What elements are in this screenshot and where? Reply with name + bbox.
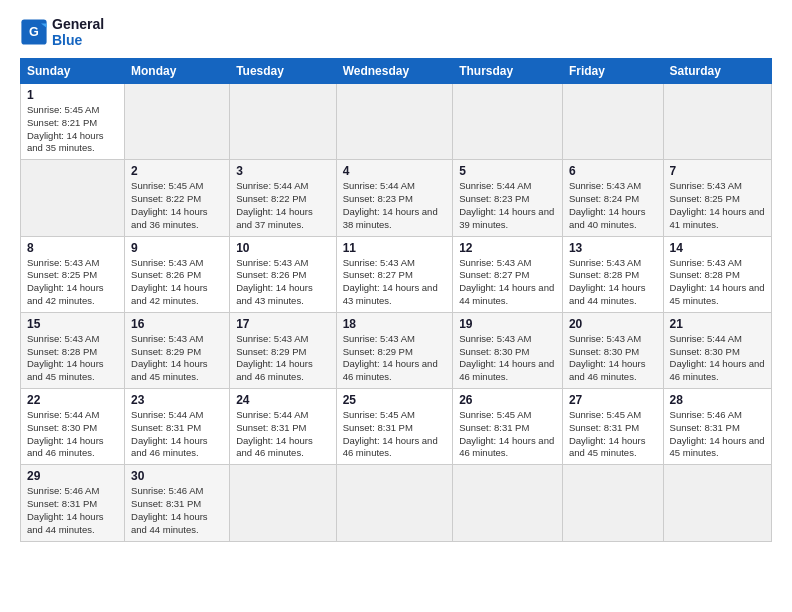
day-number: 14 (670, 241, 765, 255)
day-number: 15 (27, 317, 118, 331)
day-number: 3 (236, 164, 329, 178)
day-number: 2 (131, 164, 223, 178)
calendar-cell (125, 84, 230, 160)
day-info: Sunrise: 5:43 AMSunset: 8:25 PMDaylight:… (27, 257, 118, 308)
svg-text:G: G (29, 25, 39, 39)
day-info: Sunrise: 5:43 AMSunset: 8:27 PMDaylight:… (459, 257, 556, 308)
calendar-week-row: 22Sunrise: 5:44 AMSunset: 8:30 PMDayligh… (21, 389, 772, 465)
calendar-cell: 15Sunrise: 5:43 AMSunset: 8:28 PMDayligh… (21, 312, 125, 388)
calendar-header-row: SundayMondayTuesdayWednesdayThursdayFrid… (21, 59, 772, 84)
calendar-cell: 3Sunrise: 5:44 AMSunset: 8:22 PMDaylight… (230, 160, 336, 236)
calendar-cell (230, 84, 336, 160)
day-info: Sunrise: 5:43 AMSunset: 8:28 PMDaylight:… (27, 333, 118, 384)
calendar-cell: 28Sunrise: 5:46 AMSunset: 8:31 PMDayligh… (663, 389, 771, 465)
day-info: Sunrise: 5:43 AMSunset: 8:29 PMDaylight:… (343, 333, 447, 384)
page-header: G General Blue (20, 16, 772, 48)
calendar-cell: 23Sunrise: 5:44 AMSunset: 8:31 PMDayligh… (125, 389, 230, 465)
day-number: 29 (27, 469, 118, 483)
calendar-cell: 25Sunrise: 5:45 AMSunset: 8:31 PMDayligh… (336, 389, 453, 465)
column-header-saturday: Saturday (663, 59, 771, 84)
calendar-cell: 10Sunrise: 5:43 AMSunset: 8:26 PMDayligh… (230, 236, 336, 312)
calendar-cell (663, 465, 771, 541)
day-number: 17 (236, 317, 329, 331)
calendar-cell: 13Sunrise: 5:43 AMSunset: 8:28 PMDayligh… (562, 236, 663, 312)
day-number: 13 (569, 241, 657, 255)
day-info: Sunrise: 5:45 AMSunset: 8:31 PMDaylight:… (459, 409, 556, 460)
day-info: Sunrise: 5:43 AMSunset: 8:28 PMDaylight:… (670, 257, 765, 308)
calendar-cell: 30Sunrise: 5:46 AMSunset: 8:31 PMDayligh… (125, 465, 230, 541)
calendar-table: SundayMondayTuesdayWednesdayThursdayFrid… (20, 58, 772, 542)
day-number: 10 (236, 241, 329, 255)
day-number: 21 (670, 317, 765, 331)
calendar-cell: 27Sunrise: 5:45 AMSunset: 8:31 PMDayligh… (562, 389, 663, 465)
day-number: 25 (343, 393, 447, 407)
logo-text: General Blue (52, 16, 104, 48)
day-info: Sunrise: 5:43 AMSunset: 8:29 PMDaylight:… (131, 333, 223, 384)
day-number: 12 (459, 241, 556, 255)
calendar-cell (562, 84, 663, 160)
day-number: 7 (670, 164, 765, 178)
day-info: Sunrise: 5:44 AMSunset: 8:23 PMDaylight:… (343, 180, 447, 231)
day-info: Sunrise: 5:44 AMSunset: 8:30 PMDaylight:… (670, 333, 765, 384)
day-info: Sunrise: 5:43 AMSunset: 8:24 PMDaylight:… (569, 180, 657, 231)
calendar-cell: 4Sunrise: 5:44 AMSunset: 8:23 PMDaylight… (336, 160, 453, 236)
calendar-cell (562, 465, 663, 541)
column-header-sunday: Sunday (21, 59, 125, 84)
calendar-week-row: 8Sunrise: 5:43 AMSunset: 8:25 PMDaylight… (21, 236, 772, 312)
calendar-cell: 5Sunrise: 5:44 AMSunset: 8:23 PMDaylight… (453, 160, 563, 236)
day-info: Sunrise: 5:43 AMSunset: 8:28 PMDaylight:… (569, 257, 657, 308)
day-info: Sunrise: 5:43 AMSunset: 8:30 PMDaylight:… (569, 333, 657, 384)
logo-icon: G (20, 18, 48, 46)
calendar-week-row: 1Sunrise: 5:45 AMSunset: 8:21 PMDaylight… (21, 84, 772, 160)
day-number: 28 (670, 393, 765, 407)
calendar-cell (336, 465, 453, 541)
day-number: 27 (569, 393, 657, 407)
calendar-cell: 12Sunrise: 5:43 AMSunset: 8:27 PMDayligh… (453, 236, 563, 312)
day-info: Sunrise: 5:45 AMSunset: 8:31 PMDaylight:… (343, 409, 447, 460)
day-number: 22 (27, 393, 118, 407)
day-number: 8 (27, 241, 118, 255)
calendar-cell: 18Sunrise: 5:43 AMSunset: 8:29 PMDayligh… (336, 312, 453, 388)
calendar-cell: 29Sunrise: 5:46 AMSunset: 8:31 PMDayligh… (21, 465, 125, 541)
day-info: Sunrise: 5:46 AMSunset: 8:31 PMDaylight:… (27, 485, 118, 536)
day-number: 5 (459, 164, 556, 178)
column-header-tuesday: Tuesday (230, 59, 336, 84)
day-number: 20 (569, 317, 657, 331)
column-header-monday: Monday (125, 59, 230, 84)
column-header-thursday: Thursday (453, 59, 563, 84)
day-number: 26 (459, 393, 556, 407)
calendar-cell: 20Sunrise: 5:43 AMSunset: 8:30 PMDayligh… (562, 312, 663, 388)
calendar-cell: 24Sunrise: 5:44 AMSunset: 8:31 PMDayligh… (230, 389, 336, 465)
day-info: Sunrise: 5:44 AMSunset: 8:31 PMDaylight:… (131, 409, 223, 460)
calendar-cell: 14Sunrise: 5:43 AMSunset: 8:28 PMDayligh… (663, 236, 771, 312)
day-number: 19 (459, 317, 556, 331)
day-info: Sunrise: 5:46 AMSunset: 8:31 PMDaylight:… (131, 485, 223, 536)
day-number: 23 (131, 393, 223, 407)
calendar-cell (663, 84, 771, 160)
day-info: Sunrise: 5:43 AMSunset: 8:26 PMDaylight:… (131, 257, 223, 308)
calendar-week-row: 15Sunrise: 5:43 AMSunset: 8:28 PMDayligh… (21, 312, 772, 388)
calendar-week-row: 2Sunrise: 5:45 AMSunset: 8:22 PMDaylight… (21, 160, 772, 236)
calendar-cell: 9Sunrise: 5:43 AMSunset: 8:26 PMDaylight… (125, 236, 230, 312)
day-info: Sunrise: 5:44 AMSunset: 8:22 PMDaylight:… (236, 180, 329, 231)
column-header-wednesday: Wednesday (336, 59, 453, 84)
calendar-cell: 8Sunrise: 5:43 AMSunset: 8:25 PMDaylight… (21, 236, 125, 312)
calendar-cell: 21Sunrise: 5:44 AMSunset: 8:30 PMDayligh… (663, 312, 771, 388)
calendar-cell (21, 160, 125, 236)
calendar-cell: 11Sunrise: 5:43 AMSunset: 8:27 PMDayligh… (336, 236, 453, 312)
day-number: 9 (131, 241, 223, 255)
day-info: Sunrise: 5:45 AMSunset: 8:21 PMDaylight:… (27, 104, 118, 155)
day-info: Sunrise: 5:44 AMSunset: 8:31 PMDaylight:… (236, 409, 329, 460)
calendar-cell: 26Sunrise: 5:45 AMSunset: 8:31 PMDayligh… (453, 389, 563, 465)
calendar-cell: 7Sunrise: 5:43 AMSunset: 8:25 PMDaylight… (663, 160, 771, 236)
calendar-cell (230, 465, 336, 541)
column-header-friday: Friday (562, 59, 663, 84)
calendar-cell: 17Sunrise: 5:43 AMSunset: 8:29 PMDayligh… (230, 312, 336, 388)
day-info: Sunrise: 5:46 AMSunset: 8:31 PMDaylight:… (670, 409, 765, 460)
day-info: Sunrise: 5:43 AMSunset: 8:26 PMDaylight:… (236, 257, 329, 308)
day-number: 6 (569, 164, 657, 178)
day-info: Sunrise: 5:43 AMSunset: 8:25 PMDaylight:… (670, 180, 765, 231)
calendar-week-row: 29Sunrise: 5:46 AMSunset: 8:31 PMDayligh… (21, 465, 772, 541)
day-info: Sunrise: 5:45 AMSunset: 8:31 PMDaylight:… (569, 409, 657, 460)
day-number: 18 (343, 317, 447, 331)
